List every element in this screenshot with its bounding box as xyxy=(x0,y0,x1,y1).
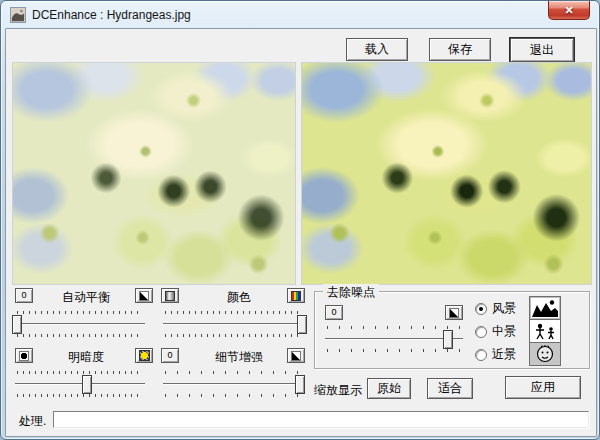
tick-marks xyxy=(165,371,299,374)
detail-slider[interactable] xyxy=(161,370,303,398)
hydrangea-photo-original xyxy=(13,63,295,284)
noise-removal-title: 去除噪点 xyxy=(323,284,379,301)
radio-circle[interactable] xyxy=(475,303,487,315)
gray-gradient-icon xyxy=(165,291,175,301)
enhanced-image-preview[interactable] xyxy=(301,62,592,285)
tick-marks xyxy=(327,349,461,352)
brightness-slider[interactable] xyxy=(13,370,147,398)
hydrangea-photo-enhanced xyxy=(302,63,591,284)
brightness-dark-button[interactable] xyxy=(15,348,33,363)
rgb-palette-icon xyxy=(291,291,301,301)
window-title: DCEnhance : Hydrangeas.jpg xyxy=(32,8,191,22)
exit-button[interactable]: 退出 xyxy=(510,38,574,62)
face-scene-icon[interactable] xyxy=(529,342,561,366)
radio-close-up-label: 近景 xyxy=(492,346,516,363)
zoom-fit-button[interactable]: 适合 xyxy=(427,378,473,399)
zoom-original-button[interactable]: 原始 xyxy=(367,378,411,399)
brightness-bright-button[interactable] xyxy=(135,348,153,363)
radio-circle[interactable] xyxy=(475,326,487,338)
noise-max-button[interactable] xyxy=(445,305,463,320)
tick-marks xyxy=(327,326,461,329)
original-image-preview[interactable] xyxy=(12,62,296,285)
slider-track[interactable] xyxy=(163,383,301,385)
apply-button[interactable]: 应用 xyxy=(505,376,581,399)
noise-slider[interactable] xyxy=(323,325,465,353)
tick-marks xyxy=(165,394,299,397)
app-window: DCEnhance : Hydrangeas.jpg ✕ 载入 保存 退出 0 … xyxy=(0,0,600,440)
slider-track[interactable] xyxy=(163,323,301,325)
color-slider[interactable] xyxy=(161,310,303,338)
radio-circle[interactable] xyxy=(475,349,487,361)
brightness-slider-thumb[interactable] xyxy=(82,375,92,394)
tick-marks xyxy=(17,311,143,314)
radio-medium-shot-label: 中景 xyxy=(492,323,516,340)
color-label: 颜色 xyxy=(227,289,251,306)
color-min-button[interactable] xyxy=(161,288,179,303)
color-slider-thumb[interactable] xyxy=(297,315,307,334)
tick-marks xyxy=(17,334,143,337)
app-icon xyxy=(10,7,26,23)
people-scene-icon[interactable] xyxy=(529,319,561,343)
noise-removal-group: 去除噪点 0 风景 中景 近景 xyxy=(314,291,590,369)
detail-reset-button[interactable]: 0 xyxy=(161,348,179,363)
auto-balance-max-button[interactable] xyxy=(135,288,153,303)
scene-icon-stack xyxy=(529,296,561,366)
auto-balance-reset-button[interactable]: 0 xyxy=(15,288,33,303)
contrast-triangle-icon xyxy=(139,291,149,301)
processing-label: 处理. xyxy=(19,413,46,430)
detail-slider-thumb[interactable] xyxy=(295,375,305,394)
noise-slider-thumb[interactable] xyxy=(443,330,453,349)
close-button[interactable]: ✕ xyxy=(548,1,590,20)
contrast-triangle-icon xyxy=(291,351,301,361)
detail-max-button[interactable] xyxy=(287,348,305,363)
slider-track[interactable] xyxy=(15,383,145,385)
auto-balance-slider[interactable] xyxy=(13,310,147,338)
auto-balance-slider-thumb[interactable] xyxy=(12,315,22,334)
radio-landscape-label: 风景 xyxy=(492,300,516,317)
zoom-display-label: 缩放显示 xyxy=(314,382,362,399)
dialog-client-area: 载入 保存 退出 0 自动平衡 颜色 明暗度 xyxy=(5,28,597,437)
radio-close-up[interactable]: 近景 xyxy=(475,346,516,363)
progress-bar xyxy=(53,411,589,428)
noise-reset-button[interactable]: 0 xyxy=(325,305,343,320)
radio-landscape[interactable]: 风景 xyxy=(475,300,516,317)
slider-track[interactable] xyxy=(15,323,145,325)
brightness-label: 明暗度 xyxy=(68,349,104,366)
detail-label: 细节增强 xyxy=(215,349,263,366)
title-bar[interactable]: DCEnhance : Hydrangeas.jpg ✕ xyxy=(1,1,599,28)
tick-marks xyxy=(17,371,143,374)
save-button[interactable]: 保存 xyxy=(429,38,491,61)
auto-balance-label: 自动平衡 xyxy=(62,289,110,306)
tick-marks xyxy=(165,311,299,314)
sun-icon xyxy=(139,350,150,361)
radio-medium-shot[interactable]: 中景 xyxy=(475,323,516,340)
tick-marks xyxy=(17,394,143,397)
dark-dot-icon xyxy=(19,351,29,361)
landscape-scene-icon[interactable] xyxy=(529,296,561,320)
tick-marks xyxy=(165,334,299,337)
color-max-button[interactable] xyxy=(287,288,305,303)
load-button[interactable]: 载入 xyxy=(346,38,408,61)
contrast-triangle-icon xyxy=(449,308,459,318)
